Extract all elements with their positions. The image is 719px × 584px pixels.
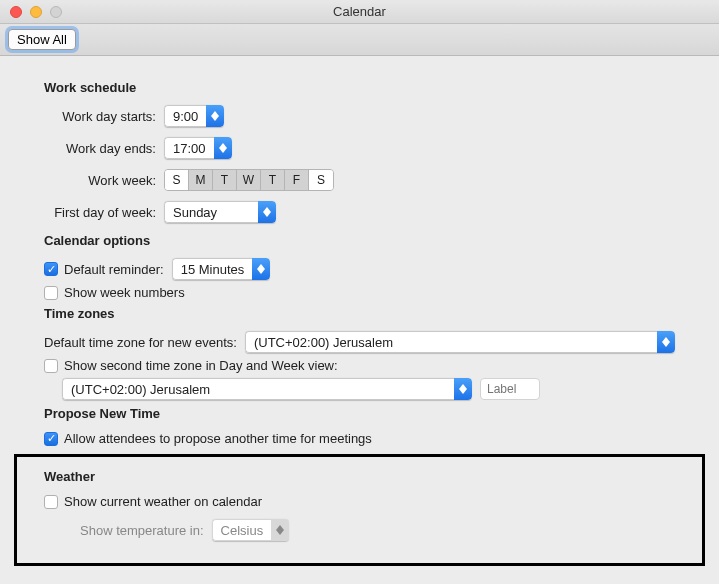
week-numbers-label: Show week numbers xyxy=(64,285,185,300)
weekday-thu[interactable]: T xyxy=(261,170,285,190)
weekday-tue[interactable]: T xyxy=(213,170,237,190)
svg-marker-11 xyxy=(459,389,467,394)
work-week-days[interactable]: S M T W T F S xyxy=(164,169,334,191)
toolbar: Show All xyxy=(0,24,719,56)
default-tz-value: (UTC+02:00) Jerusalem xyxy=(245,331,657,353)
default-reminder-checkbox[interactable] xyxy=(44,262,58,276)
svg-marker-5 xyxy=(263,212,271,217)
weekday-wed[interactable]: W xyxy=(237,170,261,190)
first-day-select[interactable]: Sunday xyxy=(164,201,276,223)
second-tz-label: Show second time zone in Day and Week vi… xyxy=(64,358,338,373)
work-day-ends-select[interactable]: 17:00 xyxy=(164,137,232,159)
weather-highlight-box: Weather Show current weather on calendar… xyxy=(14,454,705,566)
work-day-starts-value: 9:00 xyxy=(164,105,206,127)
preferences-window: Calendar Show All Work schedule Work day… xyxy=(0,0,719,584)
work-day-starts-select[interactable]: 9:00 xyxy=(164,105,224,127)
default-tz-label: Default time zone for new events: xyxy=(44,335,237,350)
work-day-starts-label: Work day starts: xyxy=(44,109,164,124)
first-day-value: Sunday xyxy=(164,201,258,223)
stepper-arrows-icon xyxy=(206,105,224,127)
second-tz-checkbox[interactable] xyxy=(44,359,58,373)
section-calendar-options: Calendar options xyxy=(44,233,675,248)
second-tz-value: (UTC+02:00) Jerusalem xyxy=(62,378,454,400)
preferences-content: Work schedule Work day starts: 9:00 Work… xyxy=(0,56,719,584)
minimize-window-button[interactable] xyxy=(30,6,42,18)
svg-marker-7 xyxy=(257,269,265,274)
stepper-arrows-icon xyxy=(454,378,472,400)
section-time-zones: Time zones xyxy=(44,306,675,321)
second-tz-select[interactable]: (UTC+02:00) Jerusalem xyxy=(62,378,472,400)
work-week-label: Work week: xyxy=(44,173,164,188)
svg-marker-9 xyxy=(662,342,670,347)
show-weather-checkbox[interactable] xyxy=(44,495,58,509)
titlebar: Calendar xyxy=(0,0,719,24)
svg-marker-1 xyxy=(211,116,219,121)
allow-propose-label: Allow attendees to propose another time … xyxy=(64,431,372,446)
stepper-arrows-icon xyxy=(657,331,675,353)
section-work-schedule: Work schedule xyxy=(44,80,675,95)
default-reminder-label: Default reminder: xyxy=(64,262,164,277)
weekday-sat[interactable]: S xyxy=(309,170,333,190)
temperature-label: Show temperature in: xyxy=(80,523,204,538)
stepper-arrows-icon xyxy=(271,519,289,541)
temperature-select[interactable]: Celsius xyxy=(212,519,290,541)
show-weather-label: Show current weather on calendar xyxy=(64,494,262,509)
work-day-ends-value: 17:00 xyxy=(164,137,214,159)
traffic-lights xyxy=(0,6,62,18)
default-reminder-select[interactable]: 15 Minutes xyxy=(172,258,271,280)
default-reminder-value: 15 Minutes xyxy=(172,258,253,280)
default-tz-select[interactable]: (UTC+02:00) Jerusalem xyxy=(245,331,675,353)
svg-marker-13 xyxy=(276,530,284,535)
svg-marker-3 xyxy=(219,148,227,153)
weekday-fri[interactable]: F xyxy=(285,170,309,190)
allow-propose-checkbox[interactable] xyxy=(44,432,58,446)
work-day-ends-label: Work day ends: xyxy=(44,141,164,156)
stepper-arrows-icon xyxy=(252,258,270,280)
window-title: Calendar xyxy=(0,4,719,19)
temperature-value: Celsius xyxy=(212,519,272,541)
first-day-label: First day of week: xyxy=(44,205,164,220)
second-tz-label-input[interactable] xyxy=(480,378,540,400)
weekday-mon[interactable]: M xyxy=(189,170,213,190)
week-numbers-checkbox[interactable] xyxy=(44,286,58,300)
stepper-arrows-icon xyxy=(258,201,276,223)
section-propose: Propose New Time xyxy=(44,406,675,421)
show-all-button[interactable]: Show All xyxy=(8,29,76,50)
section-weather: Weather xyxy=(44,469,675,484)
close-window-button[interactable] xyxy=(10,6,22,18)
stepper-arrows-icon xyxy=(214,137,232,159)
zoom-window-button[interactable] xyxy=(50,6,62,18)
weekday-sun[interactable]: S xyxy=(165,170,189,190)
